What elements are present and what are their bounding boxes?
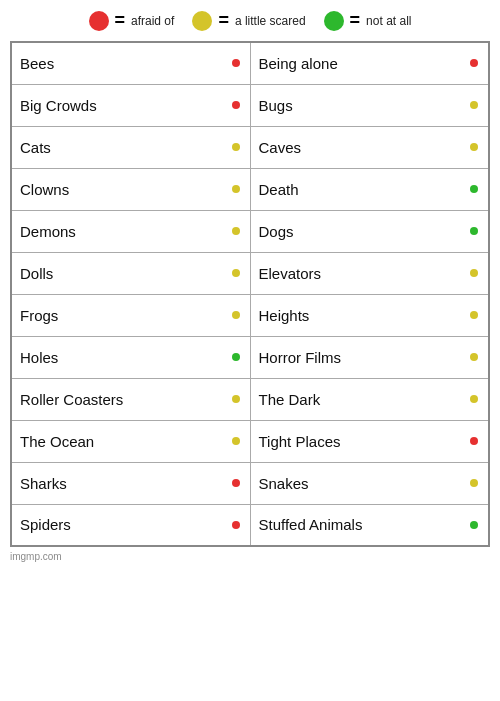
dot-left-yellow-icon	[232, 395, 240, 403]
yellow-circle-icon	[192, 11, 212, 31]
dot-right-yellow-icon	[470, 269, 478, 277]
dot-left-yellow-icon	[232, 311, 240, 319]
dot-right-yellow-icon	[470, 479, 478, 487]
dot-left-red-icon	[232, 59, 240, 67]
fear-right: Death	[250, 168, 489, 210]
fear-right: Heights	[250, 294, 489, 336]
table-row: FrogsHeights	[11, 294, 489, 336]
table-row: SharksSnakes	[11, 462, 489, 504]
dot-left-red-icon	[232, 479, 240, 487]
dot-left-red-icon	[232, 101, 240, 109]
fear-left: Sharks	[11, 462, 250, 504]
table-row: DollsElevators	[11, 252, 489, 294]
dot-left-red-icon	[232, 521, 240, 529]
table-row: BeesBeing alone	[11, 42, 489, 84]
dot-right-red-icon	[470, 437, 478, 445]
fear-left: Frogs	[11, 294, 250, 336]
dot-right-yellow-icon	[470, 143, 478, 151]
table-row: HolesHorror Films	[11, 336, 489, 378]
green-circle-icon	[324, 11, 344, 31]
little-label: a little scared	[235, 14, 306, 28]
fear-right: Dogs	[250, 210, 489, 252]
legend-afraid: = afraid of	[89, 10, 175, 31]
fear-left: Holes	[11, 336, 250, 378]
dot-right-yellow-icon	[470, 353, 478, 361]
fear-right: Snakes	[250, 462, 489, 504]
fear-left: Dolls	[11, 252, 250, 294]
dot-left-yellow-icon	[232, 269, 240, 277]
dot-left-yellow-icon	[232, 227, 240, 235]
dot-right-yellow-icon	[470, 395, 478, 403]
dot-left-green-icon	[232, 353, 240, 361]
fear-right: The Dark	[250, 378, 489, 420]
fear-left: Roller Coasters	[11, 378, 250, 420]
table-row: DemonsDogs	[11, 210, 489, 252]
fear-left: Demons	[11, 210, 250, 252]
table-row: Roller CoastersThe Dark	[11, 378, 489, 420]
dot-right-green-icon	[470, 521, 478, 529]
fear-right: Horror Films	[250, 336, 489, 378]
dot-right-green-icon	[470, 227, 478, 235]
legend-little: = a little scared	[192, 10, 305, 31]
fear-right: Caves	[250, 126, 489, 168]
table-row: The OceanTight Places	[11, 420, 489, 462]
fear-left: Cats	[11, 126, 250, 168]
dot-left-yellow-icon	[232, 437, 240, 445]
fear-right: Bugs	[250, 84, 489, 126]
fear-left: Big Crowds	[11, 84, 250, 126]
fear-right: Stuffed Animals	[250, 504, 489, 546]
table-row: Big CrowdsBugs	[11, 84, 489, 126]
fear-right: Being alone	[250, 42, 489, 84]
legend: = afraid of = a little scared = not at a…	[89, 10, 412, 31]
fears-table: BeesBeing aloneBig CrowdsBugsCatsCavesCl…	[10, 41, 490, 547]
fear-left: Bees	[11, 42, 250, 84]
footer-tag: imgmp.com	[10, 551, 62, 562]
dot-left-yellow-icon	[232, 143, 240, 151]
notatall-label: not at all	[366, 14, 411, 28]
dot-right-red-icon	[470, 59, 478, 67]
dot-left-yellow-icon	[232, 185, 240, 193]
red-circle-icon	[89, 11, 109, 31]
afraid-label: afraid of	[131, 14, 174, 28]
table-row: ClownsDeath	[11, 168, 489, 210]
dot-right-green-icon	[470, 185, 478, 193]
dot-right-yellow-icon	[470, 101, 478, 109]
table-row: CatsCaves	[11, 126, 489, 168]
fear-right: Tight Places	[250, 420, 489, 462]
dot-right-yellow-icon	[470, 311, 478, 319]
fear-left: The Ocean	[11, 420, 250, 462]
table-row: SpidersStuffed Animals	[11, 504, 489, 546]
fear-left: Clowns	[11, 168, 250, 210]
fear-left: Spiders	[11, 504, 250, 546]
legend-notatall: = not at all	[324, 10, 412, 31]
fear-right: Elevators	[250, 252, 489, 294]
